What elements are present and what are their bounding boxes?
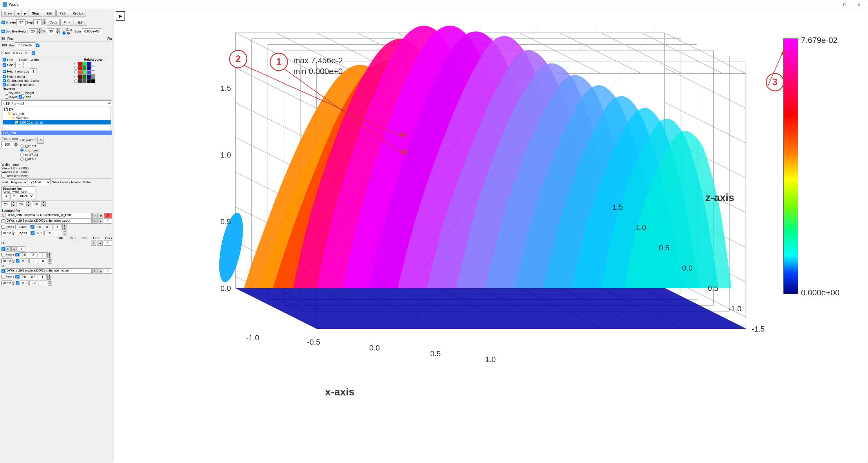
b-rect-z-down[interactable]: ▼ <box>48 261 52 264</box>
print-button[interactable]: Print <box>60 19 73 26</box>
c-rect-z3[interactable] <box>39 280 47 285</box>
color-value-input[interactable] <box>16 62 22 68</box>
b-sync-x-down[interactable]: ▼ <box>47 255 51 258</box>
replica-button[interactable]: Replica <box>70 10 86 17</box>
close-button[interactable]: ✕ <box>852 0 865 9</box>
height-axis-log-input[interactable] <box>30 68 37 74</box>
b-file-star-btn[interactable]: ★ <box>11 246 17 252</box>
eng-radio[interactable] <box>62 28 66 31</box>
color-navy[interactable] <box>87 75 91 79</box>
b-sync-checkbox[interactable] <box>1 253 5 257</box>
tree-item-wssoft[interactable]: 📁 Ws_soft <box>3 111 111 116</box>
line-checkbox[interactable] <box>3 58 6 62</box>
copy-button[interactable]: Copy <box>47 19 60 26</box>
font-style-select[interactable]: Regular <box>9 179 28 185</box>
maximize-button[interactable]: □ <box>838 0 851 9</box>
color-black[interactable] <box>91 79 95 83</box>
c-rect-z2[interactable] <box>29 280 38 285</box>
color-gray[interactable] <box>91 75 95 79</box>
b-rect-select[interactable]: Rect <box>1 259 12 263</box>
c-sync-x1[interactable] <box>20 274 28 279</box>
color-white[interactable] <box>91 62 95 66</box>
color-lblue[interactable] <box>87 70 91 74</box>
b-star-btn[interactable]: ★ <box>97 240 103 246</box>
b-rect-zval-check[interactable] <box>16 259 20 263</box>
rect-z3[interactable] <box>54 231 62 235</box>
rect-select-1[interactable]: Rect <box>1 231 12 235</box>
fsize3-up[interactable]: ▲ <box>41 201 45 204</box>
minimize-button[interactable]: ─ <box>824 0 837 9</box>
min-value-input[interactable] <box>11 50 31 56</box>
file-b-star-btn[interactable]: ★ <box>98 219 103 224</box>
height-rev-checkbox[interactable] <box>21 91 24 95</box>
fsize1-up[interactable]: ▲ <box>11 201 16 204</box>
stream-checkbox[interactable] <box>1 21 5 24</box>
color-dkred[interactable] <box>78 75 82 79</box>
sync-x1[interactable] <box>34 225 43 229</box>
height-value-input[interactable] <box>29 28 37 34</box>
b-file-checkbox[interactable] <box>1 247 5 251</box>
b-rect-z3[interactable] <box>39 259 47 263</box>
gradient-pixel-checkbox[interactable] <box>3 83 6 87</box>
b-rect-z2[interactable] <box>29 259 38 263</box>
file-b-checkbox[interactable] <box>1 219 5 223</box>
b-sync-x1[interactable] <box>20 253 28 257</box>
path-button[interactable]: Path <box>56 10 69 17</box>
sum-value-input[interactable] <box>82 28 102 34</box>
fsize2-down[interactable]: ▼ <box>26 204 30 207</box>
c-rect-select[interactable]: Rect <box>1 280 12 285</box>
font-size-3-input[interactable] <box>32 201 40 207</box>
c-rect-zval-check[interactable] <box>16 281 20 285</box>
color-red[interactable] <box>78 62 82 66</box>
c-file-checkbox[interactable] <box>1 269 5 273</box>
b-sync-x-up[interactable]: ▲ <box>47 252 51 255</box>
rect-z1[interactable] <box>35 231 44 235</box>
hcolor-radio-5[interactable] <box>74 79 78 83</box>
pattern-radio-1[interactable] <box>20 144 24 148</box>
draw-button[interactable]: Draw <box>1 10 14 17</box>
sync-x-up[interactable]: ▲ <box>62 224 66 227</box>
b-rect-z-up[interactable]: ▲ <box>48 258 52 261</box>
color-green[interactable] <box>83 62 87 66</box>
pattern-radio-3[interactable] <box>20 153 24 156</box>
color-white-2[interactable] <box>91 66 95 70</box>
min-fix-checkbox[interactable] <box>32 51 35 55</box>
struct-level-input[interactable] <box>3 193 10 199</box>
c-star-btn[interactable]: ★ <box>98 268 103 273</box>
file-a-more-btn[interactable]: > <box>92 213 97 218</box>
x-axis-rev-checkbox[interactable] <box>5 95 8 99</box>
color-dkblue[interactable] <box>87 66 91 70</box>
exit-button[interactable]: Exit <box>43 10 56 17</box>
stop-button[interactable]: Stop <box>29 10 42 17</box>
rect-z-up[interactable]: ▲ <box>63 230 67 233</box>
color-dkgray2[interactable] <box>83 79 87 83</box>
sync-xval-check[interactable] <box>30 225 34 229</box>
next-button[interactable]: ▶ <box>22 10 28 17</box>
height-down-btn[interactable]: ▼ <box>37 31 41 34</box>
tilt-up-btn[interactable]: ▲ <box>56 28 60 31</box>
color-checkbox[interactable] <box>3 63 6 67</box>
color-lred[interactable] <box>78 70 82 74</box>
fsize1-down[interactable]: ▼ <box>11 204 16 207</box>
step-down-button[interactable]: ▼ <box>42 22 46 25</box>
c-rect-z-down[interactable]: ▼ <box>48 283 52 286</box>
c-rect-z1[interactable] <box>20 280 29 285</box>
tree-item-d[interactable]: 💾 D¥ <box>3 107 111 111</box>
color-dkgreen[interactable] <box>83 66 87 70</box>
struct-color-select[interactable]: Black <box>18 193 34 199</box>
rect-z-down[interactable]: ▼ <box>63 233 67 236</box>
b-more-btn[interactable]: > <box>91 240 96 246</box>
bird-eye-checkbox[interactable] <box>1 30 5 33</box>
b-rect-z1[interactable] <box>20 259 29 263</box>
sync-x-down[interactable]: ▼ <box>62 227 66 230</box>
fsize2-up[interactable]: ▲ <box>26 201 30 204</box>
pic-size-down[interactable]: ▼ <box>14 144 18 147</box>
tree-item-samples[interactable]: 📁 Samples <box>3 116 111 120</box>
sync-checkbox-1[interactable] <box>1 225 5 229</box>
jpn-radio[interactable] <box>62 31 66 35</box>
xy-axis-checkbox[interactable] <box>5 91 8 95</box>
color-blue[interactable] <box>87 62 91 66</box>
c-sync-x-down[interactable]: ▼ <box>47 277 51 280</box>
rect-zval-check[interactable] <box>31 231 34 235</box>
height-up-btn[interactable]: ▲ <box>37 28 41 31</box>
